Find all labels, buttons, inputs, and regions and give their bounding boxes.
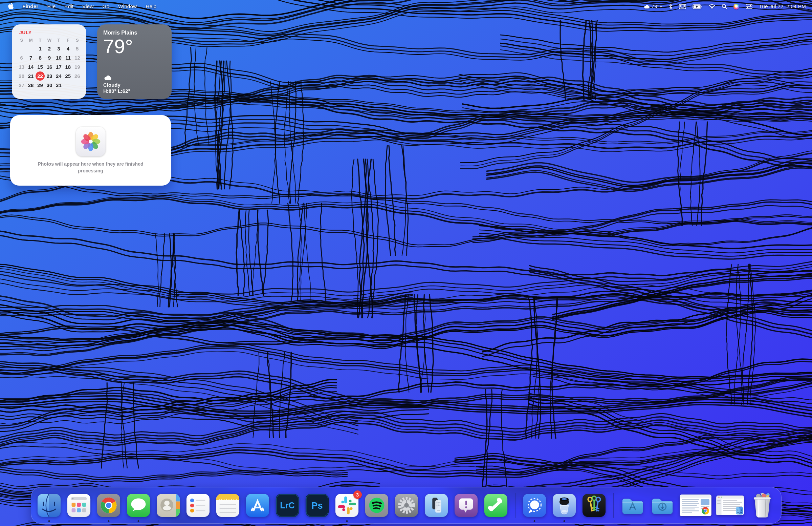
menu-file[interactable]: File (47, 3, 56, 10)
calendar-day-cell: 24 (54, 71, 63, 81)
menu-edit[interactable]: Edit (64, 3, 73, 10)
dock-item-phone[interactable] (483, 493, 508, 518)
wifi-icon (709, 4, 715, 9)
calendar-day-cell: 9 (45, 53, 54, 62)
calendar-day-cell: 16 (45, 62, 54, 71)
dock-item-messages[interactable] (126, 493, 151, 518)
wifi-status-item[interactable] (709, 4, 715, 9)
calendar-day-cell: 25 (63, 71, 72, 81)
calendar-day-cell: 28 (26, 81, 35, 90)
calendar-day-cell (63, 81, 72, 90)
dock-item-lightroom[interactable]: LrC (275, 493, 300, 518)
menubar-clock[interactable]: Tue Jul 22 2:04 PM (759, 3, 806, 10)
menubar-temperature: 79°F (652, 3, 663, 10)
apple-icon (8, 3, 14, 9)
calendar-grid: 1234567891011121314151617181920212223242… (17, 44, 82, 90)
calendar-day-cell: 5 (73, 44, 82, 53)
dock-item-settings[interactable] (394, 493, 419, 518)
dock-item-iphone-mirroring[interactable] (424, 493, 449, 518)
dock-item-photoshop[interactable]: Ps (305, 493, 330, 518)
running-indicator (563, 520, 565, 522)
calendar-day-cell: 6 (17, 53, 26, 62)
menu-bar-status: 79°F (643, 3, 806, 10)
dock-item-min-window-chrome[interactable] (680, 495, 711, 516)
folder-downloads-icon (650, 493, 675, 518)
control-center-status-item[interactable] (746, 4, 752, 9)
dock-item-contacts[interactable] (156, 493, 181, 518)
dock-item-appstore[interactable] (245, 493, 270, 518)
dock-item-trash[interactable] (749, 492, 776, 519)
calendar-day-cell: 1 (35, 44, 45, 53)
bluetooth-icon (669, 4, 672, 10)
feedback-icon (453, 493, 479, 518)
dock-item-spotify[interactable] (364, 493, 389, 518)
dock-item-signal[interactable] (522, 493, 547, 518)
weather-condition: Cloudy (103, 82, 130, 88)
calendar-widget[interactable]: JULY SMTWTFS 123456789101112131415161718… (12, 24, 86, 99)
calendar-day-cell: 19 (73, 62, 82, 71)
siri-icon (734, 4, 739, 10)
dock-item-chrome[interactable] (96, 493, 121, 518)
calendar-day-cell: 26 (73, 71, 82, 81)
running-indicator (534, 520, 535, 522)
calendar-day-cell: 12 (73, 53, 82, 62)
dock: LrCPs3 (31, 487, 782, 524)
notification-badge: 3 (353, 491, 362, 499)
signal-icon (522, 493, 547, 518)
calendar-day-header: M (26, 37, 35, 44)
menu-view[interactable]: View (82, 3, 93, 10)
dock-item-slack[interactable]: 3 (334, 493, 360, 518)
dock-item-passwords[interactable] (581, 493, 607, 518)
calendar-day-cell: 15 (35, 62, 45, 71)
running-indicator (107, 520, 109, 522)
weather-temperature: 79° (103, 36, 165, 57)
dock-item-folder-apps[interactable] (620, 493, 645, 518)
keyboard-status-item[interactable] (679, 4, 686, 9)
calendar-day-header: T (54, 37, 63, 44)
dock-item-notes[interactable] (215, 493, 240, 518)
apple-menu[interactable] (8, 3, 14, 11)
calendar-month-label: JULY (19, 30, 82, 35)
calendar-day-headers: SMTWTFS (17, 37, 82, 44)
menu-bar-left: Finder FileEditViewGoWindowHelp (8, 3, 156, 11)
photos-app-icon-plate (76, 127, 106, 156)
calendar-day-cell: 7 (26, 53, 35, 62)
calendar-day-cell: 3 (54, 44, 63, 53)
calendar-day-cell: 31 (54, 81, 63, 90)
calendar-day-cell: 8 (35, 53, 45, 62)
calendar-day-cell: 14 (26, 62, 35, 71)
finder-icon (37, 493, 62, 518)
dock-item-launchpad[interactable] (66, 493, 91, 518)
dock-item-lens-app[interactable] (552, 493, 577, 518)
calendar-day-cell: 13 (17, 62, 26, 71)
dock-item-min-window-finder[interactable] (716, 496, 744, 515)
bluetooth-status-item[interactable] (669, 4, 672, 10)
battery-status-item[interactable] (693, 4, 702, 9)
menu-window[interactable]: Window (118, 3, 137, 10)
menu-app-name[interactable]: Finder (22, 3, 38, 10)
dock-item-reminders[interactable] (186, 493, 211, 518)
dock-item-finder[interactable] (37, 493, 62, 518)
search-icon (722, 4, 727, 9)
keyboard-icon (679, 4, 686, 9)
calendar-day-cell: 11 (63, 53, 72, 62)
menubar-time: 2:04 PM (786, 3, 806, 10)
settings-icon (394, 493, 419, 518)
weather-status-item[interactable]: 79°F (643, 3, 663, 10)
spotlight-status-item[interactable] (722, 4, 727, 9)
calendar-day-cell: 4 (63, 44, 72, 53)
dock-item-feedback[interactable] (453, 493, 479, 518)
calendar-day-cell: 23 (45, 71, 54, 81)
calendar-day-header: T (35, 37, 45, 44)
cloudy-condition-icon (103, 75, 112, 81)
siri-status-item[interactable] (734, 4, 739, 10)
calendar-day-cell: 2 (45, 44, 54, 53)
weather-widget[interactable]: Morris Plains 79° Cloudy H:80° L:62° (97, 24, 172, 99)
notes-icon (215, 493, 240, 518)
svg-text:LrC: LrC (280, 501, 295, 510)
calendar-day-cell: 29 (35, 81, 45, 90)
menu-go[interactable]: Go (102, 3, 109, 10)
menu-help[interactable]: Help (146, 3, 156, 10)
photos-widget[interactable]: Photos will appear here when they are fi… (10, 115, 171, 186)
dock-item-folder-downloads[interactable] (650, 493, 675, 518)
